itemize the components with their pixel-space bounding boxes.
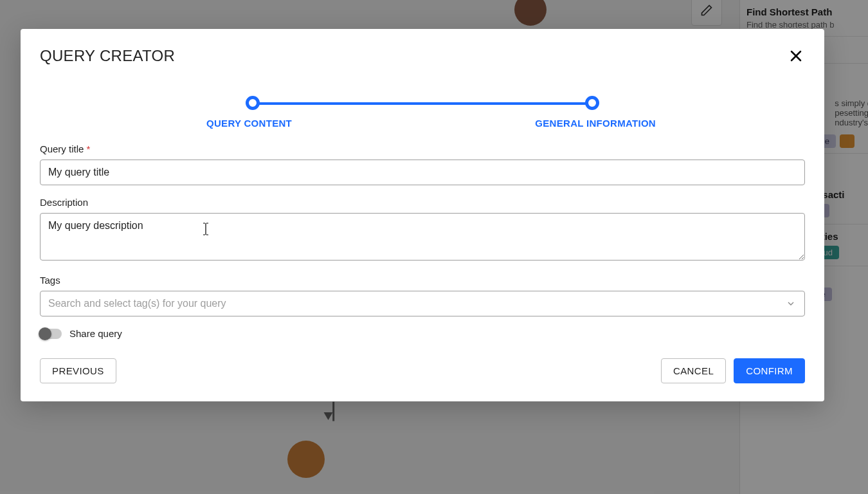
query-creator-modal: QUERY CREATOR QUERY CONTENT GENERAL INFO… xyxy=(21,29,824,401)
tags-label: Tags xyxy=(40,275,805,286)
stepper-connector xyxy=(252,102,592,105)
step-label-2: GENERAL INFORMATION xyxy=(535,118,656,129)
step-label-1: QUERY CONTENT xyxy=(206,118,292,129)
query-title-label: Query title * xyxy=(40,143,805,154)
close-icon xyxy=(788,48,804,64)
share-query-toggle[interactable] xyxy=(40,329,62,339)
query-title-input[interactable] xyxy=(40,160,805,185)
previous-button[interactable]: PREVIOUS xyxy=(40,358,116,383)
cancel-button[interactable]: CANCEL xyxy=(661,358,726,383)
stepper: QUERY CONTENT GENERAL INFORMATION xyxy=(40,96,805,134)
description-textarea[interactable] xyxy=(40,213,805,261)
share-query-label: Share query xyxy=(69,328,122,339)
modal-title: QUERY CREATOR xyxy=(40,47,175,65)
confirm-button[interactable]: CONFIRM xyxy=(734,358,805,383)
step-dot-general-information[interactable] xyxy=(585,96,599,110)
tags-select[interactable]: Search and select tag(s) for your query xyxy=(40,291,805,316)
close-button[interactable] xyxy=(787,47,805,68)
description-label: Description xyxy=(40,197,805,208)
step-dot-query-content[interactable] xyxy=(246,96,260,110)
toggle-knob xyxy=(39,327,51,340)
